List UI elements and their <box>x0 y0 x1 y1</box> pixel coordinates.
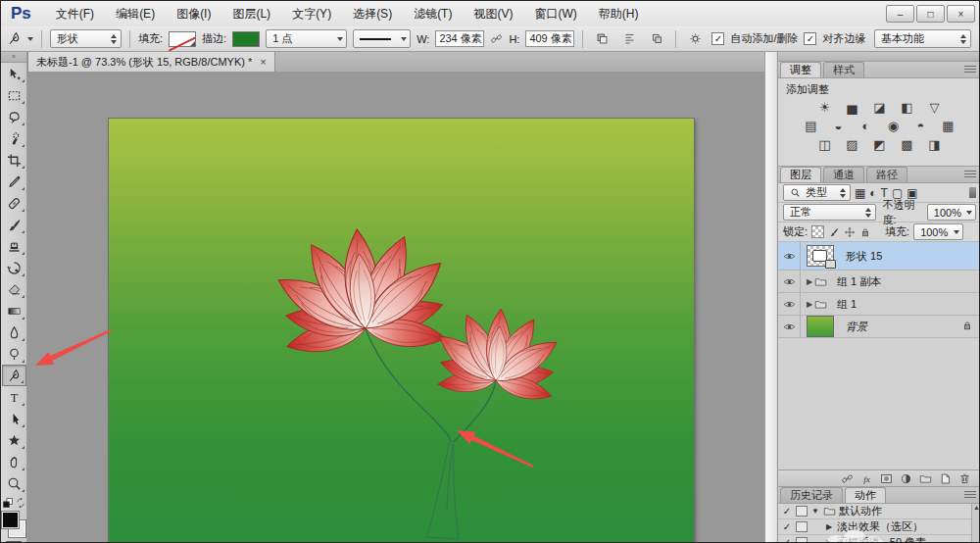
group-expand-icon[interactable]: ▶ <box>805 277 814 286</box>
hue-saturation-adjustment-icon[interactable]: ▤ <box>800 118 823 134</box>
menu-帮助(H)[interactable]: 帮助(H) <box>588 2 650 26</box>
action-check-icon[interactable]: ✓ <box>781 521 793 532</box>
action-expand-icon[interactable]: ▼ <box>810 507 820 516</box>
tools-collapse-button[interactable]: » <box>1 52 26 63</box>
layer-thumbnail[interactable] <box>807 245 834 267</box>
action-row[interactable]: ✓ ▶ 淡出效果（选区） <box>778 519 980 535</box>
shape-width-input[interactable]: 234 像素 <box>435 30 484 47</box>
layer-style-button[interactable]: fx <box>860 472 873 485</box>
tool-preset-caret-icon[interactable] <box>27 37 33 41</box>
lasso-tool[interactable] <box>2 106 26 127</box>
modal-toggle-box[interactable] <box>796 521 808 532</box>
type-tool[interactable]: T <box>2 386 26 408</box>
layer-thumbnail[interactable] <box>807 316 834 337</box>
geometry-options-gear-icon[interactable] <box>684 29 706 48</box>
add-mask-button[interactable] <box>880 472 893 485</box>
filter-adjustment-layers-icon[interactable]: ◐ <box>869 186 876 200</box>
menu-文件(F)[interactable]: 文件(F) <box>45 2 105 26</box>
pen-tool[interactable] <box>2 365 26 386</box>
fill-swatch-none[interactable] <box>169 31 196 47</box>
auto-add-delete-checkbox[interactable]: ✓ <box>711 32 724 45</box>
actions-scrollbar[interactable]: ▲ <box>971 504 980 543</box>
group-expand-icon[interactable]: ▶ <box>805 300 814 309</box>
layer-filter-type-select[interactable]: 类型 <box>783 184 851 201</box>
menu-图层(L)[interactable]: 图层(L) <box>221 2 281 26</box>
lock-paint-icon[interactable] <box>828 226 840 238</box>
layer-row-组 1[interactable]: ▶组 1 <box>778 293 980 316</box>
healing-brush-tool[interactable] <box>2 192 26 214</box>
menu-滤镜(T)[interactable]: 滤镜(T) <box>403 2 463 26</box>
blur-tool[interactable] <box>2 321 26 343</box>
selective-color-adjustment-icon[interactable]: ◨ <box>923 136 947 153</box>
link-dimensions-icon[interactable] <box>490 32 503 45</box>
action-row[interactable]: ✓ ▼ 默认动作 <box>778 504 980 519</box>
layer-row-形状 15[interactable]: 形状 15 <box>778 242 980 271</box>
maximize-button[interactable]: □ <box>916 5 945 23</box>
panel-menu-icon[interactable] <box>964 171 976 179</box>
menu-窗口(W)[interactable]: 窗口(W) <box>523 2 587 26</box>
default-colors-icon[interactable] <box>2 497 15 510</box>
shape-height-input[interactable]: 409 像素 <box>525 30 574 47</box>
link-layers-button[interactable] <box>841 472 854 485</box>
foreground-color-swatch[interactable] <box>2 512 19 528</box>
color-balance-adjustment-icon[interactable]: ◒ <box>827 118 851 134</box>
filter-pixel-layers-icon[interactable]: ▦ <box>855 186 865 200</box>
layer-row-背景[interactable]: 背景 <box>778 316 980 338</box>
minimize-button[interactable]: – <box>886 5 914 23</box>
photo-filter-adjustment-icon[interactable]: ◉ <box>882 118 906 134</box>
canvas[interactable] <box>109 119 694 543</box>
tab-actions[interactable]: 动作 <box>845 487 886 503</box>
layer-row-组 1 副本[interactable]: ▶组 1 副本 <box>778 271 980 293</box>
tab-channels[interactable]: 通道 <box>823 167 864 182</box>
lock-all-icon[interactable] <box>859 226 871 238</box>
color-lookup-adjustment-icon[interactable]: ▦ <box>937 118 960 134</box>
eraser-tool[interactable] <box>2 278 26 300</box>
tab-adjustments[interactable]: 调整 <box>780 62 821 77</box>
channel-mixer-adjustment-icon[interactable]: ◓ <box>909 118 933 134</box>
tab-paths[interactable]: 路径 <box>866 167 907 182</box>
tab-layers[interactable]: 图层 <box>780 167 821 182</box>
action-check-icon[interactable]: ✓ <box>781 537 793 543</box>
eyedropper-tool[interactable] <box>2 171 26 192</box>
path-alignment-button[interactable] <box>618 29 640 48</box>
swap-colors-icon[interactable] <box>15 497 26 509</box>
gradient-map-adjustment-icon[interactable]: ▩ <box>896 136 919 153</box>
stroke-swatch-green[interactable] <box>232 31 260 47</box>
new-group-button[interactable] <box>919 472 932 485</box>
zoom-tool[interactable] <box>2 472 26 494</box>
document-tab[interactable]: 未标题-1 @ 73.3% (形状 15, RGB/8/CMYK) * × <box>27 52 275 72</box>
levels-adjustment-icon[interactable]: ▅ <box>841 99 864 116</box>
menu-编辑(E)[interactable]: 编辑(E) <box>105 2 166 26</box>
modal-toggle-box[interactable] <box>796 537 808 543</box>
new-layer-button[interactable] <box>939 472 952 485</box>
dodge-tool[interactable] <box>2 343 26 365</box>
move-tool[interactable] <box>2 63 26 84</box>
gradient-tool[interactable] <box>2 300 26 321</box>
menu-文字(Y)[interactable]: 文字(Y) <box>281 2 342 26</box>
visibility-toggle[interactable] <box>778 316 801 337</box>
visibility-toggle[interactable] <box>778 242 801 270</box>
tab-close-icon[interactable]: × <box>260 56 266 68</box>
menu-选择(S)[interactable]: 选择(S) <box>342 2 403 26</box>
workspace-switcher[interactable]: 基本功能 <box>874 29 971 48</box>
vibrance-adjustment-icon[interactable]: ▽ <box>923 99 947 116</box>
path-arrangement-button[interactable] <box>646 29 667 48</box>
invert-adjustment-icon[interactable]: ◫ <box>813 136 837 153</box>
brush-tool[interactable] <box>2 214 26 235</box>
stroke-width-select[interactable]: 1 点 <box>266 29 347 48</box>
vertical-scrollbar[interactable] <box>764 52 776 543</box>
custom-shape-tool[interactable] <box>2 429 26 451</box>
black-white-adjustment-icon[interactable]: ◐ <box>855 118 878 134</box>
exposure-adjustment-icon[interactable]: ◧ <box>896 99 919 116</box>
history-brush-tool[interactable] <box>2 257 26 278</box>
visibility-toggle[interactable] <box>778 293 801 315</box>
stroke-style-select[interactable] <box>353 29 411 48</box>
delete-layer-button[interactable] <box>958 472 971 485</box>
threshold-adjustment-icon[interactable]: ◩ <box>868 136 892 153</box>
posterize-adjustment-icon[interactable]: ▨ <box>841 136 864 153</box>
action-check-icon[interactable]: ✓ <box>781 506 793 517</box>
marquee-tool[interactable] <box>2 84 26 106</box>
panel-menu-icon[interactable] <box>964 66 976 74</box>
visibility-toggle[interactable] <box>778 271 801 292</box>
dock-header[interactable] <box>778 52 980 62</box>
